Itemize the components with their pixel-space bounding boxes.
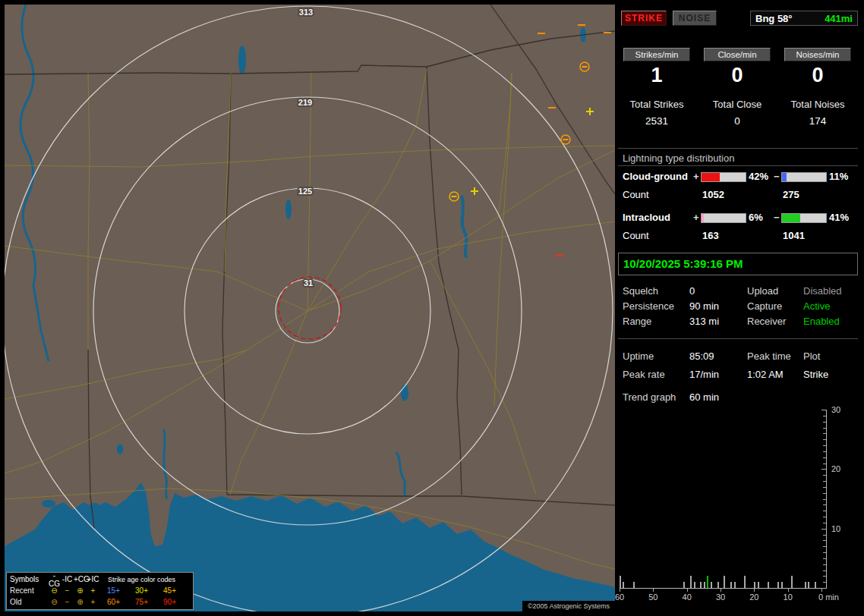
app-window: 313 219 125 31 Symbols -CG -IC +CG +IC S… [0, 0, 864, 616]
trend-bar [704, 582, 705, 588]
ic-positive-gauge [701, 213, 746, 223]
trend-graph-row: Trend graph 60 min [616, 391, 858, 404]
plot-value: Strike [803, 369, 828, 380]
trend-bar [791, 576, 793, 588]
y-axis-tick [821, 469, 826, 470]
legend-row-recent-label: Recent [10, 586, 48, 595]
close-per-min-value: 0 [697, 64, 777, 87]
close-per-min-button[interactable]: Close/min [704, 48, 771, 61]
peak-rate-value: 17/min [689, 369, 719, 380]
cloud-ground-count-row: Count 1052 275 [616, 189, 858, 201]
noise-indicator-button[interactable]: NOISE [673, 11, 717, 26]
trend-bar [707, 576, 708, 588]
y-axis-tick [823, 445, 826, 446]
x-axis-label: 50 [644, 592, 662, 602]
y-axis-label: 10 [831, 524, 840, 533]
stats-row: Peak rate 17/min 1:02 AM Strike [616, 369, 858, 381]
intracloud-row: Intracloud + 6% − 41% [616, 212, 858, 224]
y-axis-tick [823, 582, 826, 583]
pos-ic-symbol-icon: + [87, 586, 99, 595]
ic-negative-percent: 41% [829, 212, 849, 223]
age-45: 45+ [156, 586, 184, 595]
total-close-label: Total Close [697, 99, 777, 110]
y-axis-tick [823, 457, 826, 458]
legend-symbols-header: Symbols [10, 575, 48, 583]
capture-label: Capture [747, 300, 782, 312]
legend-type-neg-ic: -IC [61, 575, 74, 583]
ic-negative-count: 1041 [783, 230, 805, 241]
y-axis-tick [823, 481, 826, 482]
intracloud-label: Intracloud [623, 212, 670, 223]
noises-per-min-button[interactable]: Noises/min [784, 48, 851, 61]
receiver-status: Enabled [803, 316, 840, 327]
strikes-per-min-button[interactable]: Strikes/min [623, 48, 690, 61]
total-noises-value: 174 [777, 115, 858, 127]
cg-positive-count: 1052 [702, 189, 724, 200]
age-30: 30+ [128, 586, 156, 595]
x-axis-label: 60 [610, 592, 629, 602]
trend-bar [717, 582, 719, 588]
divider [618, 148, 858, 149]
trend-bar [758, 582, 759, 588]
y-axis-tick [823, 540, 826, 541]
x-axis-label: 30 [711, 592, 730, 602]
y-axis-tick [823, 493, 826, 494]
y-axis-tick [821, 410, 826, 410]
bearing-distance: 441mi [825, 13, 853, 24]
y-axis-tick [823, 558, 826, 559]
x-axis-label: 0 min [818, 592, 850, 602]
legend-type-pos-cg: +CG [74, 575, 87, 583]
y-axis-tick [823, 517, 826, 517]
trend-bar [623, 582, 624, 588]
trend-graph-window: 60 min [689, 391, 719, 403]
x-axis-label: 10 [779, 592, 797, 602]
age-90: 90+ [156, 598, 184, 606]
trend-bar [683, 582, 685, 588]
persistence-label: Persistence [623, 300, 674, 312]
status-row: Persistence 90 min Capture Active [616, 300, 858, 313]
trend-bar [711, 582, 712, 588]
ic-positive-percent: 6% [749, 212, 763, 223]
capture-status: Active [803, 300, 830, 312]
cloud-ground-row: Cloud-ground + 42% − 11% [616, 171, 858, 183]
map[interactable]: 313 219 125 31 [5, 5, 615, 611]
y-axis-tick [823, 422, 826, 423]
trend-graph-label: Trend graph [623, 391, 676, 403]
ring-label-31: 31 [304, 278, 313, 288]
total-strikes-label: Total Strikes [616, 99, 697, 110]
x-axis-label: 20 [745, 592, 763, 602]
strike-indicator-button[interactable]: STRIKE [621, 11, 667, 26]
trend-bar [815, 582, 816, 588]
bearing-value: Bng 58° [755, 13, 793, 24]
legend-type-neg-cg: -CG [48, 571, 61, 588]
status-row: Squelch 0 Upload Disabled [616, 285, 858, 297]
range-value: 313 mi [689, 316, 719, 327]
legend-age-header: Strike age color codes [99, 576, 184, 583]
ic-positive-count: 163 [702, 230, 719, 241]
count-label: Count [623, 230, 649, 241]
peak-rate-label: Peak rate [623, 369, 665, 380]
noises-per-min-value: 0 [777, 64, 858, 87]
neg-cg-symbol-icon: ⊖ [48, 598, 61, 606]
x-axis-tick [687, 589, 688, 592]
trend-bar [808, 582, 809, 588]
y-axis-tick [823, 433, 826, 434]
trend-bar [744, 576, 746, 588]
total-noises-label: Total Noises [777, 99, 858, 110]
x-axis-tick [721, 589, 721, 592]
cg-negative-gauge-fill [782, 173, 787, 181]
trend-bar [777, 582, 779, 588]
plus-sign: + [693, 171, 699, 182]
y-axis-tick [823, 546, 826, 547]
y-axis-label: 30 [831, 405, 840, 414]
legend-type-pos-ic: +IC [87, 575, 99, 583]
strikes-per-min-value: 1 [616, 64, 697, 87]
minus-sign: − [774, 171, 780, 182]
ring-label-313: 313 [299, 8, 313, 17]
y-axis-tick [821, 529, 826, 530]
y-axis-tick [823, 464, 826, 464]
map-area[interactable]: 313 219 125 31 [5, 5, 615, 611]
y-axis-tick [823, 535, 826, 536]
y-axis-tick [823, 564, 826, 565]
trend-bar [781, 582, 783, 588]
